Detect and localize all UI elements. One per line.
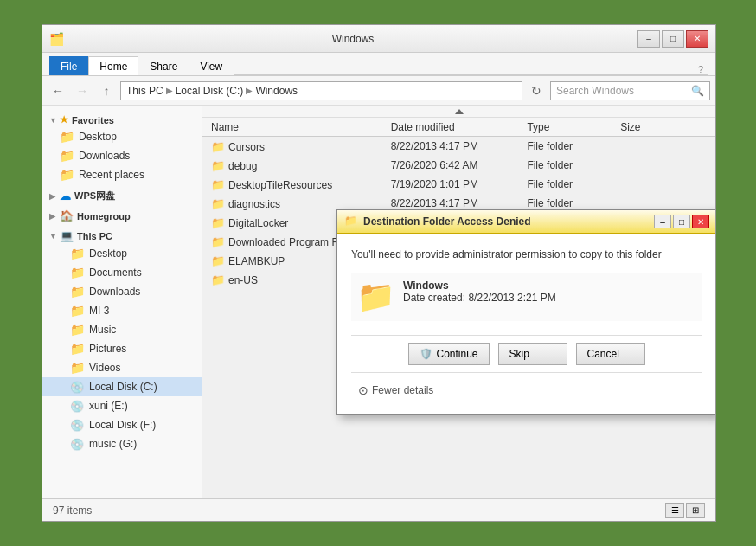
- tab-file[interactable]: File: [49, 56, 88, 75]
- drive-icon: 💿: [70, 437, 84, 451]
- sidebar-item-label: xuni (E:): [89, 400, 128, 412]
- tab-share[interactable]: Share: [138, 56, 189, 75]
- favorites-label: Favorites: [72, 115, 114, 125]
- sidebar-item-label: Local Disk (F:): [89, 419, 156, 431]
- thispc-label: This PC: [77, 231, 112, 241]
- dialog-title-bar: 📁 Destination Folder Access Denied – □ ✕: [337, 210, 715, 234]
- dialog-body: You'll need to provide administrator per…: [337, 234, 715, 414]
- address-bar: ← → ↑ This PC ▶ Local Disk (C:) ▶ Window…: [42, 76, 715, 106]
- tab-home[interactable]: Home: [88, 56, 138, 75]
- search-box[interactable]: Search Windows 🔍: [550, 81, 710, 100]
- sidebar-item-downloads[interactable]: 📁 Downloads: [42, 146, 202, 165]
- tab-view[interactable]: View: [189, 56, 234, 75]
- sidebar-item-label: Desktop: [79, 131, 117, 143]
- main-area: ▼ ★ Favorites 📁 Desktop 📁 Downloads 📁 Re…: [42, 106, 715, 498]
- expand-icon: ▼: [49, 232, 58, 241]
- restore-button[interactable]: □: [662, 30, 684, 48]
- sidebar-item-xuni-e[interactable]: 💿 xuni (E:): [42, 396, 202, 415]
- star-icon: ★: [60, 114, 68, 125]
- dialog-folder-icon: 📁: [344, 215, 358, 228]
- sidebar-favorites-header[interactable]: ▼ ★ Favorites: [42, 112, 202, 127]
- file-explorer-window: 🗂️ Windows – □ ✕ File Home Share View ? …: [42, 24, 716, 522]
- homegroup-icon: 🏠: [60, 209, 74, 222]
- sidebar-item-local-disk-f[interactable]: 💿 Local Disk (F:): [42, 415, 202, 434]
- sidebar-item-desktop[interactable]: 📁 Desktop: [42, 127, 202, 146]
- large-icon-view-btn[interactable]: ⊞: [686, 503, 705, 518]
- expand-icon: ▼: [49, 116, 58, 125]
- search-icon[interactable]: 🔍: [691, 85, 704, 97]
- path-folder[interactable]: Windows: [255, 85, 298, 97]
- sidebar-item-desktop2[interactable]: 📁 Desktop: [42, 244, 202, 263]
- address-path[interactable]: This PC ▶ Local Disk (C:) ▶ Windows: [120, 81, 522, 100]
- close-button[interactable]: ✕: [686, 30, 708, 48]
- minimize-button[interactable]: –: [637, 30, 660, 48]
- folder-icon: 📁: [60, 168, 74, 182]
- expand-icon: ▶: [49, 192, 58, 201]
- sidebar-homegroup-header[interactable]: ▶ 🏠 Homegroup: [42, 208, 202, 224]
- dialog-buttons: 🛡️ Continue Skip Cancel: [351, 343, 702, 365]
- folder-icon: 📁: [70, 247, 84, 260]
- skip-button[interactable]: Skip: [498, 343, 567, 365]
- sidebar-item-label: Downloads: [79, 150, 130, 162]
- search-placeholder: Search Windows: [556, 85, 691, 97]
- sidebar-item-label: Music: [89, 324, 116, 336]
- folder-icon: 📁: [70, 361, 84, 375]
- sidebar-item-label: Documents: [89, 267, 142, 279]
- sidebar-wps-header[interactable]: ▶ ☁ WPS网盘: [42, 188, 202, 204]
- sidebar-item-mi3[interactable]: 📁 MI 3: [42, 301, 202, 320]
- dialog-restore-btn[interactable]: □: [673, 215, 690, 228]
- continue-button[interactable]: 🛡️ Continue: [408, 343, 489, 365]
- folder-icon: 📁: [70, 285, 84, 299]
- ribbon-help-btn[interactable]: ?: [693, 64, 708, 75]
- refresh-button[interactable]: ↻: [526, 80, 547, 101]
- sidebar-item-downloads2[interactable]: 📁 Downloads: [42, 282, 202, 301]
- sidebar-item-music-g[interactable]: 💿 music (G:): [42, 434, 202, 453]
- file-details: Windows Date created: 8/22/2013 2:21 PM: [403, 279, 556, 304]
- sidebar-item-local-disk-c[interactable]: 💿 Local Disk (C:): [42, 377, 202, 396]
- cancel-label: Cancel: [587, 348, 619, 360]
- status-bar: 97 items ☰ ⊞: [42, 498, 715, 521]
- expand-icon: ▶: [49, 212, 58, 221]
- details-view-btn[interactable]: ☰: [665, 503, 684, 518]
- sidebar-favorites-section: ▼ ★ Favorites 📁 Desktop 📁 Downloads 📁 Re…: [42, 112, 202, 184]
- sidebar-item-videos[interactable]: 📁 Videos: [42, 358, 202, 377]
- view-buttons: ☰ ⊞: [665, 503, 705, 518]
- path-thispc[interactable]: This PC: [126, 85, 163, 97]
- folder-icon: 📁: [60, 149, 74, 163]
- folder-icon: 📁: [70, 304, 84, 318]
- sidebar-item-documents[interactable]: 📁 Documents: [42, 263, 202, 282]
- dialog-title-buttons: – □ ✕: [654, 215, 709, 228]
- sidebar-item-label: Pictures: [89, 343, 126, 355]
- dialog-minimize-btn[interactable]: –: [654, 215, 671, 228]
- back-button[interactable]: ←: [48, 80, 68, 101]
- sidebar-item-music[interactable]: 📁 Music: [42, 320, 202, 339]
- sidebar-item-label: MI 3: [89, 305, 109, 317]
- sidebar-item-label: Local Disk (C:): [89, 381, 157, 393]
- title-bar: 🗂️ Windows – □ ✕: [42, 25, 715, 53]
- sidebar-item-pictures[interactable]: 📁 Pictures: [42, 339, 202, 358]
- dialog-separator: [351, 335, 702, 336]
- sidebar-item-recent-places[interactable]: 📁 Recent places: [42, 165, 202, 184]
- up-button[interactable]: ↑: [96, 80, 117, 101]
- forward-button[interactable]: →: [72, 80, 93, 101]
- dialog-close-btn[interactable]: ✕: [692, 215, 709, 228]
- sidebar-thispc-header[interactable]: ▼ 💻 This PC: [42, 228, 202, 244]
- path-drive[interactable]: Local Disk (C:): [176, 85, 244, 97]
- fewer-details-row[interactable]: ⊙ Fewer details: [351, 380, 702, 401]
- sidebar-item-label: Desktop: [89, 247, 127, 260]
- cancel-button[interactable]: Cancel: [576, 343, 645, 365]
- dialog-file-info: 📁 Windows Date created: 8/22/2013 2:21 P…: [351, 273, 702, 321]
- sidebar-thispc-section: ▼ 💻 This PC 📁 Desktop 📁 Documents 📁 Down…: [42, 228, 202, 453]
- folder-icon: 📁: [70, 323, 84, 337]
- content-area: Name Date modified Type Size 📁Cursors 8/…: [202, 106, 715, 498]
- shield-icon: 🛡️: [420, 348, 432, 360]
- dialog-folder-big-icon: 📁: [358, 279, 393, 314]
- cloud-icon: ☁: [60, 189, 71, 202]
- window-title: Windows: [68, 33, 637, 45]
- item-count: 97 items: [53, 504, 92, 517]
- computer-icon: 💻: [60, 229, 74, 242]
- folder-icon: 📁: [70, 266, 84, 279]
- chevron-up-icon: ⊙: [358, 383, 368, 397]
- title-buttons: – □ ✕: [637, 30, 708, 48]
- wps-label: WPS网盘: [74, 189, 115, 202]
